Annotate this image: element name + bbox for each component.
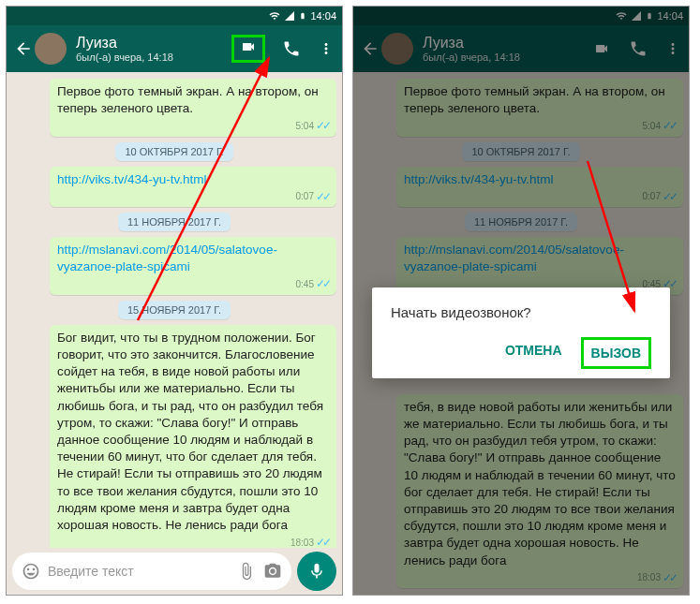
read-ticks-icon: ✓✓ (316, 189, 329, 204)
contact-info[interactable]: Луиза был(-а) вчера, 14:18 (76, 34, 222, 64)
date-separator: 11 НОЯБРЯ 2017 Г. (118, 213, 231, 231)
back-arrow-icon (14, 39, 33, 58)
back-button[interactable] (14, 33, 67, 65)
date-separator: 10 ОКТЯБРЯ 2017 Г. (115, 142, 232, 161)
avatar (35, 33, 67, 65)
phone-right: 14:04 Луиза был(-а) вчера, 14:18 Первое … (352, 6, 690, 596)
message-bubble[interactable]: http://viks.tv/434-yu-tv.html 0:07✓✓ (50, 167, 336, 207)
read-ticks-icon: ✓✓ (316, 535, 329, 548)
menu-button[interactable] (318, 40, 335, 57)
message-input[interactable]: Введите текст (12, 552, 291, 590)
battery-icon (299, 10, 306, 22)
chat-messages[interactable]: Первое фото темный экран. А на втором, о… (7, 72, 342, 548)
input-bar: Введите текст (7, 548, 342, 595)
message-time: 5:04 (296, 120, 314, 133)
contact-status: был(-а) вчера, 14:18 (76, 52, 222, 64)
message-text: Бог видит, что ты в трудном положении. Б… (57, 331, 323, 532)
phone-left: 14:04 Луиза был(-а) вчера, 14:18 Первое … (6, 6, 343, 596)
message-bubble[interactable]: Бог видит, что ты в трудном положении. Б… (50, 325, 336, 548)
dialog-call-button[interactable]: ВЫЗОВ (581, 337, 651, 369)
message-bubble[interactable]: Первое фото темный экран. А на втором, о… (50, 79, 336, 137)
contact-name: Луиза (76, 34, 222, 52)
mic-button[interactable] (297, 552, 336, 591)
video-call-button[interactable] (231, 35, 265, 63)
video-call-dialog: Начать видеозвонок? ОТМЕНА ВЫЗОВ (372, 287, 670, 378)
status-bar: 14:04 (7, 7, 342, 25)
message-time: 0:07 (296, 190, 314, 203)
wifi-icon (269, 10, 280, 22)
signal-icon (284, 10, 295, 22)
input-placeholder: Введите текст (48, 564, 230, 579)
svg-point-0 (270, 568, 275, 573)
message-link[interactable]: http://viks.tv/434-yu-tv.html (57, 172, 207, 186)
message-link[interactable]: http://mslanavi.com/2014/05/salatovoe-vy… (57, 243, 277, 273)
emoji-icon[interactable] (22, 562, 40, 581)
message-time: 18:03 (290, 537, 314, 548)
voice-call-button[interactable] (282, 39, 301, 58)
read-ticks-icon: ✓✓ (316, 276, 329, 291)
status-time: 14:04 (310, 10, 336, 22)
message-text: Первое фото темный экран. А на втором, о… (57, 84, 319, 115)
dialog-cancel-button[interactable]: ОТМЕНА (498, 337, 570, 369)
dialog-title: Начать видеозвонок? (391, 304, 651, 320)
date-separator: 15 НОЯБРЯ 2017 Г. (118, 301, 231, 319)
attach-icon[interactable] (237, 562, 256, 581)
message-time: 0:45 (296, 278, 314, 291)
chat-header: Луиза был(-а) вчера, 14:18 (7, 25, 342, 72)
camera-icon[interactable] (263, 562, 282, 581)
message-bubble[interactable]: http://mslanavi.com/2014/05/salatovoe-vy… (50, 237, 336, 295)
video-camera-icon (238, 39, 259, 54)
mic-icon (307, 562, 326, 581)
read-ticks-icon: ✓✓ (316, 118, 329, 133)
